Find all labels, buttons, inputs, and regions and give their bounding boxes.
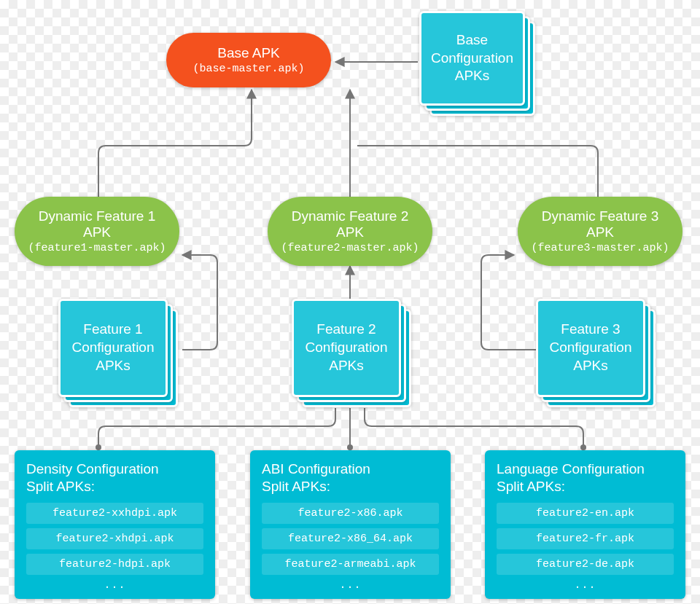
language-entry-1: feature2-fr.apk xyxy=(497,528,674,549)
language-entry-2: feature2-de.apk xyxy=(497,554,674,575)
density-title-l2: Split APKs: xyxy=(26,479,95,494)
dynamic-feature-3-title-l1: Dynamic Feature 3 xyxy=(542,208,659,224)
feature-1-config-stack: Feature 1 Configuration APKs xyxy=(58,299,182,412)
language-more: ... xyxy=(497,579,674,592)
dynamic-feature-2-title-l2: APK xyxy=(336,224,364,240)
dynamic-feature-1-title-l2: APK xyxy=(83,224,111,240)
base-config-line1: Base xyxy=(456,31,488,50)
base-apk-file: (base-master.apk) xyxy=(192,63,304,75)
dynamic-feature-3-file: (feature3-master.apk) xyxy=(531,242,669,254)
feature-3-config-stack: Feature 3 Configuration APKs xyxy=(536,299,660,412)
feature-3-config-line2: Configuration xyxy=(549,339,631,357)
density-title-l1: Density Configuration xyxy=(26,461,159,476)
dynamic-feature-3-title-l2: APK xyxy=(586,224,614,240)
density-split-panel: Density Configuration Split APKs: featur… xyxy=(15,450,215,599)
dynamic-feature-1-title-l1: Dynamic Feature 1 xyxy=(39,208,156,224)
abi-entry-2: feature2-armeabi.apk xyxy=(262,554,439,575)
density-entry-2: feature2-hdpi.apk xyxy=(26,554,203,575)
base-config-line2: Configuration xyxy=(431,50,513,68)
base-apk-title: Base APK xyxy=(217,45,280,61)
base-apk-node: Base APK (base-master.apk) xyxy=(166,33,331,87)
dynamic-feature-1-node: Dynamic Feature 1 APK (feature1-master.a… xyxy=(15,197,179,266)
dynamic-feature-3-node: Dynamic Feature 3 APK (feature3-master.a… xyxy=(518,197,682,266)
feature-2-config-line2: Configuration xyxy=(305,339,387,357)
base-config-line3: APKs xyxy=(455,67,490,85)
feature-3-config-line3: APKs xyxy=(573,357,608,375)
dynamic-feature-2-node: Dynamic Feature 2 APK (feature2-master.a… xyxy=(268,197,432,266)
abi-title-l2: Split APKs: xyxy=(262,479,330,494)
feature-1-config-line2: Configuration xyxy=(71,339,154,357)
svg-point-3 xyxy=(96,444,101,450)
dynamic-feature-2-title-l1: Dynamic Feature 2 xyxy=(292,208,409,224)
abi-entry-1: feature2-x86_64.apk xyxy=(262,528,439,549)
abi-title-l1: ABI Configuration xyxy=(262,461,370,476)
language-title-l1: Language Configuration xyxy=(497,461,645,476)
feature-2-config-stack: Feature 2 Configuration APKs xyxy=(292,299,416,412)
feature-2-config-line1: Feature 2 xyxy=(316,321,376,339)
language-title-l2: Split APKs: xyxy=(497,479,565,494)
abi-entry-0: feature2-x86.apk xyxy=(262,503,439,524)
feature-2-config-line3: APKs xyxy=(329,357,364,375)
base-config-stack: Base Configuration APKs xyxy=(419,11,540,120)
language-split-panel: Language Configuration Split APKs: featu… xyxy=(485,450,685,599)
abi-split-panel: ABI Configuration Split APKs: feature2-x… xyxy=(250,450,451,599)
dynamic-feature-1-file: (feature1-master.apk) xyxy=(28,242,166,254)
svg-point-4 xyxy=(347,444,353,450)
density-more: ... xyxy=(26,579,203,592)
density-entry-1: feature2-xhdpi.apk xyxy=(26,528,203,549)
density-entry-0: feature2-xxhdpi.apk xyxy=(26,503,203,524)
svg-point-5 xyxy=(580,444,586,450)
language-entry-0: feature2-en.apk xyxy=(497,503,674,524)
feature-1-config-line3: APKs xyxy=(96,357,131,375)
dynamic-feature-2-file: (feature2-master.apk) xyxy=(281,242,419,254)
feature-1-config-line1: Feature 1 xyxy=(83,321,142,339)
feature-3-config-line1: Feature 3 xyxy=(561,321,620,339)
abi-more: ... xyxy=(262,579,439,592)
